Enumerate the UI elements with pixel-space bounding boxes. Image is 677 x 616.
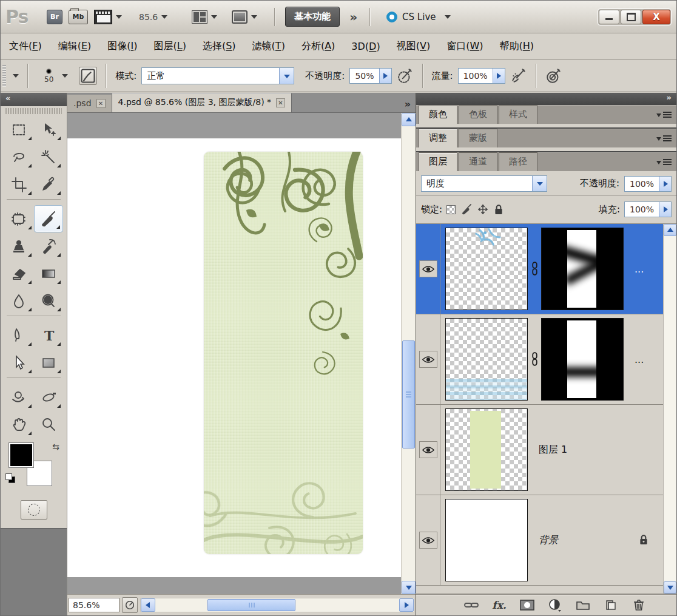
menu-window[interactable]: 窗口W (446, 40, 483, 53)
layer-blend-mode-select[interactable]: 明度 (421, 175, 547, 192)
close-tab-icon[interactable]: ✕ (276, 98, 285, 107)
layer-name[interactable]: ... (635, 263, 644, 275)
layer-thumbnail[interactable] (445, 228, 528, 310)
tool-zoom[interactable] (34, 411, 64, 438)
menu-filter[interactable]: 滤镜T (252, 40, 285, 53)
minimize-button[interactable] (599, 10, 619, 24)
layer-opacity-field[interactable]: 100% (624, 176, 672, 192)
panel-menu-icon[interactable] (656, 134, 672, 143)
layer-name[interactable]: 背景 (539, 534, 558, 547)
menu-view[interactable]: 视图V (397, 40, 430, 53)
add-mask-icon[interactable] (519, 598, 535, 612)
layer-fill-field[interactable]: 100% (624, 201, 672, 217)
menu-select[interactable]: 选择S (203, 40, 236, 53)
tool-brush-selected[interactable] (34, 205, 64, 232)
panel-menu-icon[interactable] (656, 110, 672, 120)
foreground-color-swatch[interactable] (9, 443, 33, 467)
layer-thumbnail[interactable] (445, 499, 528, 581)
menu-help[interactable]: 帮助H (499, 40, 534, 53)
layer-thumbnail[interactable] (445, 318, 528, 401)
new-layer-icon[interactable] (603, 598, 619, 612)
screen-mode-button[interactable] (232, 10, 257, 24)
tool-hand[interactable] (4, 411, 34, 438)
menu-edit[interactable]: 编辑E (58, 40, 92, 53)
tab-overflow-icon[interactable]: » (399, 98, 416, 112)
visibility-toggle[interactable] (419, 441, 437, 458)
layer-mask-thumbnail[interactable] (541, 228, 624, 310)
panel-menu-icon[interactable] (656, 158, 672, 167)
lock-all-icon[interactable] (494, 204, 504, 215)
tablet-opacity-toggle[interactable] (397, 67, 414, 84)
status-zoom-field[interactable]: 85.6% (69, 598, 120, 612)
mask-link-icon[interactable] (528, 352, 541, 367)
tool-blur[interactable] (4, 287, 34, 314)
scroll-down-icon[interactable] (402, 581, 416, 594)
blend-mode-select[interactable]: 正常 (141, 67, 294, 84)
canvas-artwork[interactable] (204, 152, 363, 554)
layer-row-background[interactable]: 背景 (416, 495, 663, 586)
delete-layer-icon[interactable] (631, 598, 647, 612)
tab-paths[interactable]: 路径 (499, 152, 537, 171)
document-tab-active[interactable]: 4.psd @ 85.6% (图层 3, 图层蒙版/8) * ✕ (112, 93, 292, 112)
slider-arrow-icon[interactable] (379, 69, 391, 83)
panel-grip[interactable] (5, 108, 62, 114)
lock-position-icon[interactable] (477, 204, 488, 215)
scroll-down-icon[interactable] (664, 581, 676, 594)
menu-analysis[interactable]: 分析A (301, 40, 335, 53)
arrange-documents-button[interactable] (192, 10, 217, 24)
tool-3d-orbit[interactable] (34, 384, 64, 411)
tablet-size-toggle[interactable] (545, 67, 562, 84)
adjustment-layer-icon[interactable] (547, 598, 563, 612)
tool-history-brush[interactable] (34, 232, 64, 260)
link-layers-icon[interactable] (463, 598, 479, 612)
visibility-toggle[interactable] (419, 351, 437, 368)
tool-eraser[interactable] (4, 260, 34, 287)
document-tab-inactive[interactable]: .psd ✕ (67, 95, 112, 112)
tool-clone-stamp[interactable] (4, 232, 34, 260)
lock-transparency-icon[interactable] (446, 205, 456, 214)
collapse-panels-icon[interactable]: » (416, 93, 676, 105)
layers-scrollbar[interactable] (663, 224, 676, 594)
slider-arrow-icon[interactable] (493, 69, 505, 83)
toggle-brush-panel-button[interactable] (79, 67, 97, 85)
document-page[interactable] (67, 138, 401, 577)
scroll-up-icon[interactable] (664, 224, 676, 236)
mini-bridge-button[interactable]: Mb (69, 10, 88, 24)
menu-layer[interactable]: 图层L (154, 40, 186, 53)
tool-rectangle-shape[interactable] (34, 349, 64, 376)
tool-type[interactable]: T (34, 322, 64, 349)
layer-thumbnail[interactable] (445, 408, 528, 491)
close-button[interactable]: X (642, 10, 670, 24)
tool-pen[interactable] (4, 322, 34, 349)
tool-dodge[interactable] (34, 287, 64, 314)
scroll-right-icon[interactable] (399, 598, 414, 612)
cs-live-button[interactable]: CS Live (386, 12, 450, 22)
tab-adjustments[interactable]: 调整 (419, 129, 457, 147)
layer-name[interactable]: ... (635, 354, 644, 365)
scroll-left-icon[interactable] (141, 598, 155, 612)
swap-colors-icon[interactable]: ⇆ (52, 442, 59, 452)
tool-crop[interactable] (4, 171, 34, 198)
tool-quick-select[interactable] (34, 143, 64, 171)
airbrush-toggle[interactable] (510, 67, 527, 84)
close-tab-icon[interactable]: ✕ (96, 99, 106, 108)
layer-mask-thumbnail[interactable] (541, 318, 624, 401)
visibility-toggle[interactable] (419, 260, 437, 277)
tool-gradient[interactable] (34, 260, 64, 287)
layer-name[interactable]: 图层 1 (539, 444, 567, 456)
visibility-toggle[interactable] (419, 532, 437, 549)
tab-channels[interactable]: 通道 (459, 152, 497, 171)
layer-row-1[interactable]: 图层 1 (416, 405, 663, 495)
brush-preset-button[interactable]: 50 (44, 69, 53, 83)
tab-styles[interactable]: 样式 (499, 105, 537, 124)
default-colors-icon[interactable] (5, 473, 15, 483)
quick-mask-button[interactable] (21, 500, 47, 520)
vertical-scroll-thumb[interactable] (402, 340, 415, 448)
menu-image[interactable]: 图像I (107, 40, 137, 53)
workspace-button[interactable]: 基本功能 (285, 7, 340, 27)
tool-preset-picker[interactable] (9, 71, 19, 81)
slider-arrow-icon[interactable] (659, 202, 671, 217)
tool-rectangular-marquee[interactable] (4, 116, 34, 143)
scroll-up-icon[interactable] (402, 113, 416, 126)
mask-link-icon[interactable] (528, 262, 541, 276)
